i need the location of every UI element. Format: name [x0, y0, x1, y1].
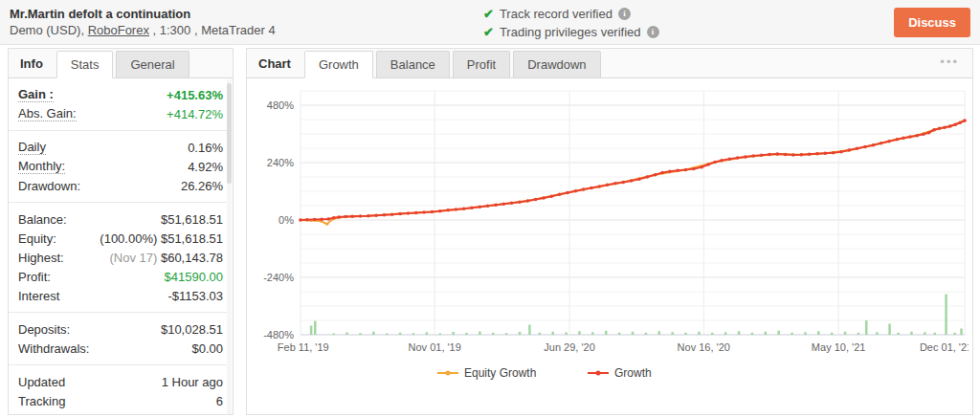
stat-row: Gain :+415.63% [18, 85, 223, 104]
stat-row: Drawdown:26.26% [18, 176, 223, 195]
scrollbar-thumb[interactable] [227, 83, 232, 184]
verified-label: Track record verified [500, 7, 612, 21]
tab-stats[interactable]: Stats [56, 51, 114, 78]
stat-row: Deposits:$10,028.51 [18, 319, 223, 339]
stat-value: 26.26% [181, 179, 223, 193]
growth-chart: 480%240%0%-240%-480%Feb 11, '19Nov 01, '… [247, 78, 972, 395]
stat-row: Highest:(Nov 17) $60,143.78 [18, 248, 223, 267]
chart-tabs: GrowthBalanceProfitDrawdown [304, 51, 604, 77]
stat-value: (Nov 17) $60,143.78 [109, 251, 223, 265]
check-icon: ✔ [483, 7, 494, 21]
x-axis-tick: Nov 01, '19 [409, 341, 461, 353]
info-icon[interactable]: i [618, 8, 631, 20]
account-type: Demo (USD), [10, 23, 88, 37]
y-axis-tick: 480% [267, 99, 294, 111]
info-panel-label: Info [18, 56, 56, 77]
x-axis-tick: Nov 16, '20 [678, 341, 730, 353]
account-identity: Mr.Martin defolt a continuation Demo (US… [10, 6, 276, 39]
stat-label: Deposits: [18, 322, 70, 337]
chart-panel-label: Chart [256, 56, 304, 77]
stat-label: Drawdown: [18, 179, 80, 193]
stat-value: $0.00 [191, 341, 223, 356]
stat-value: $10,028.51 [161, 322, 223, 337]
stat-value: (100.00%) $51,618.51 [100, 231, 223, 246]
verified-item: ✔Trading privileges verifiedi [483, 23, 659, 41]
stat-label: Highest: [18, 251, 64, 265]
stat-row: Profit:$41590.00 [18, 267, 223, 286]
stat-label: Equity: [18, 231, 56, 246]
stat-value: 4.92% [188, 160, 223, 174]
x-axis-tick: Feb 11, '19 [278, 341, 329, 353]
stat-label[interactable]: Abs. Gain: [18, 106, 77, 121]
divider [9, 312, 233, 313]
y-axis-tick: 240% [267, 157, 294, 168]
stat-label[interactable]: Gain : [18, 87, 54, 102]
divider [9, 130, 233, 131]
stat-row: Balance:$51,618.51 [18, 209, 223, 229]
stat-label: Balance: [18, 212, 67, 227]
chart-menu-icon[interactable]: ••• [940, 55, 959, 69]
x-axis-tick: Jun 29, '20 [544, 341, 594, 353]
stat-label: Interest [18, 289, 59, 303]
stat-label: Tracking [18, 394, 65, 408]
y-axis-tick: -240% [263, 272, 294, 283]
check-icon: ✔ [483, 25, 494, 39]
broker-link[interactable]: RoboForex [88, 23, 149, 37]
stat-value: -$1153.03 [167, 289, 223, 303]
divider [9, 202, 233, 203]
tab-balance[interactable]: Balance [376, 51, 450, 78]
chart-panel: Chart GrowthBalanceProfitDrawdown ••• 48… [246, 48, 973, 415]
account-subtitle: Demo (USD), RoboForex , 1:300 , MetaTrad… [10, 22, 276, 39]
divider [9, 364, 233, 365]
info-panel: Info StatsGeneral Gain :+415.63%Abs. Gai… [8, 48, 234, 415]
stat-row: Equity:(100.00%) $51,618.51 [18, 229, 223, 248]
stat-label: Profit: [18, 270, 51, 284]
discuss-button[interactable]: Discuss [894, 8, 970, 37]
info-tabbar: Info StatsGeneral [9, 49, 233, 78]
stat-value: $51,618.51 [161, 212, 223, 227]
y-axis-tick: 0% [278, 214, 294, 226]
stat-label: Withdrawals: [18, 341, 89, 356]
account-title: Mr.Martin defolt a continuation [10, 6, 276, 22]
stat-row: Interest-$1153.03 [18, 286, 223, 305]
tab-profit[interactable]: Profit [453, 51, 510, 78]
tab-drawdown[interactable]: Drawdown [513, 51, 600, 78]
account-header: Mr.Martin defolt a continuation Demo (US… [0, 0, 980, 45]
chart-tabbar: Chart GrowthBalanceProfitDrawdown ••• [247, 49, 972, 78]
verified-block: ✔Track record verifiedi✔Trading privileg… [483, 5, 659, 41]
info-tabs: StatsGeneral [56, 51, 192, 77]
stat-value: +415.63% [167, 88, 223, 102]
stat-value: 1 Hour ago [162, 375, 223, 389]
y-axis-tick: -480% [263, 329, 294, 340]
stat-value: +414.72% [167, 107, 223, 121]
tab-growth[interactable]: Growth [304, 51, 373, 78]
stat-value: 6 [216, 394, 223, 408]
account-leverage-platform: , 1:300 , MetaTrader 4 [149, 23, 276, 37]
x-axis-tick: May 10, '21 [812, 341, 866, 353]
stat-label[interactable]: Monthly: [18, 159, 65, 174]
info-icon[interactable]: i [647, 26, 659, 38]
legend-item[interactable]: Growth [614, 366, 652, 380]
tab-general[interactable]: General [116, 51, 189, 78]
stat-value: $41590.00 [165, 270, 223, 284]
stat-row: Abs. Gain:+414.72% [18, 104, 223, 123]
legend-item[interactable]: Equity Growth [464, 366, 536, 380]
stat-row: Daily0.16% [18, 138, 223, 157]
stat-value: 0.16% [188, 141, 223, 155]
stat-row: Withdrawals:$0.00 [18, 339, 223, 358]
x-axis-tick: Dec 01, '21 [920, 341, 969, 353]
verified-item: ✔Track record verifiedi [483, 5, 659, 23]
growth-chart-svg: 480%240%0%-240%-480%Feb 11, '19Nov 01, '… [251, 87, 969, 391]
stat-label: Updated [18, 375, 65, 389]
verified-label: Trading privileges verified [500, 25, 641, 39]
stat-label[interactable]: Daily [18, 140, 46, 155]
stat-row: Tracking6 [18, 391, 223, 410]
stat-row: Monthly:4.92% [18, 157, 223, 176]
stat-row: Updated1 Hour ago [18, 372, 223, 391]
stat-groups: Gain :+415.63%Abs. Gain:+414.72%Daily0.1… [9, 78, 233, 410]
